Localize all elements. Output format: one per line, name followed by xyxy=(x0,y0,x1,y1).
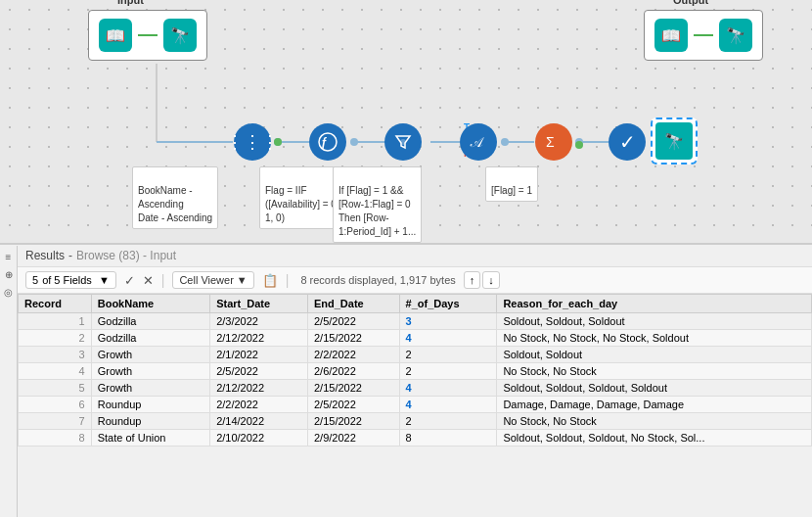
cell-bookname: Growth xyxy=(91,363,209,380)
cell-bookname: Roundup xyxy=(91,397,209,413)
svg-text:Σ: Σ xyxy=(546,134,555,150)
cell-end: 2/15/2022 xyxy=(307,330,399,347)
table-row[interactable]: 6 Roundup 2/2/2022 2/5/2022 4 Damage, Da… xyxy=(19,397,812,413)
cell-record: 7 xyxy=(19,413,92,430)
cell-reason: Soldout, Soldout, Soldout, Soldout xyxy=(497,380,812,397)
svg-point-10 xyxy=(350,138,358,146)
cell-bookname: Godzilla xyxy=(91,313,209,330)
sidebar-icon-1[interactable]: ≡ xyxy=(2,250,16,263)
results-header: Results - Browse (83) - Input xyxy=(18,245,812,267)
cell-reason: No Stock, No Stock xyxy=(497,413,812,430)
input-browse-icon[interactable]: 🔭 xyxy=(163,19,197,52)
output-browse-icon[interactable]: 🔭 xyxy=(719,19,752,52)
cell-bookname: Roundup xyxy=(91,413,209,430)
table-row[interactable]: 4 Growth 2/5/2022 2/6/2022 2 No Stock, N… xyxy=(19,363,812,380)
nav-up-btn[interactable]: ↑ xyxy=(464,271,481,289)
cell-end: 2/9/2022 xyxy=(307,430,399,446)
formula-node[interactable]: ƒ xyxy=(309,123,346,161)
data-table: Record BookName Start_Date End_Date #_of… xyxy=(18,294,812,446)
cell-bookname: Growth xyxy=(91,347,209,363)
results-subtitle: Browse (83) - Input xyxy=(76,249,176,262)
col-end-date[interactable]: End_Date xyxy=(307,295,399,313)
fields-selector[interactable]: 5 of 5 Fields ▼ xyxy=(25,271,116,289)
cell-reason: Damage, Damage, Damage, Damage xyxy=(497,397,812,413)
col-record[interactable]: Record xyxy=(19,295,92,313)
input-label: Input xyxy=(117,0,144,6)
x-icon[interactable]: ✕ xyxy=(143,273,154,288)
col-reason[interactable]: Reason_for_each_day xyxy=(497,295,812,313)
separator-1: | xyxy=(161,272,165,288)
cell-end: 2/15/2022 xyxy=(307,380,399,397)
nav-arrows: ↑ ↓ xyxy=(464,271,500,289)
filter-tooltip: If [Flag] = 1 &&[Row-1:Flag] = 0Then [Ro… xyxy=(333,166,422,243)
fields-dropdown-icon[interactable]: ▼ xyxy=(99,274,110,286)
cell-bookname: Godzilla xyxy=(91,330,209,347)
cell-days: 4 xyxy=(399,330,497,347)
cell-bookname: Growth xyxy=(91,380,209,397)
table-row[interactable]: 5 Growth 2/12/2022 2/15/2022 4 Soldout, … xyxy=(19,380,812,397)
output-book-icon[interactable]: 📖 xyxy=(654,19,688,52)
summarize-tooltip: [Flag] = 1 xyxy=(485,166,538,202)
table-row[interactable]: 2 Godzilla 2/12/2022 2/15/2022 4 No Stoc… xyxy=(19,330,812,347)
cell-reason: Soldout, Soldout xyxy=(497,347,812,363)
cell-end: 2/6/2022 xyxy=(307,363,399,380)
fields-count: 5 xyxy=(32,274,38,286)
cell-reason: Soldout, Soldout, Soldout xyxy=(497,313,812,330)
cell-record: 5 xyxy=(19,380,92,397)
cell-record: 4 xyxy=(19,363,92,380)
col-start-date[interactable]: Start_Date xyxy=(210,295,308,313)
separator-2: | xyxy=(286,272,290,288)
browse-node[interactable]: 🔭 xyxy=(651,118,698,164)
results-main: Results - Browse (83) - Input 5 of 5 Fie… xyxy=(18,245,812,517)
results-toolbar: 5 of 5 Fields ▼ ✓ ✕ | Cell Viewer ▼ 📋 | … xyxy=(18,267,812,294)
multirow-node[interactable]: 𝒜 xyxy=(460,123,497,161)
cell-days: 4 xyxy=(399,397,497,413)
clipboard-icon[interactable]: 📋 xyxy=(262,273,278,288)
cell-reason: Soldout, Soldout, Soldout, No Stock, Sol… xyxy=(497,430,812,446)
cell-end: 2/5/2022 xyxy=(307,313,399,330)
table-row[interactable]: 7 Roundup 2/14/2022 2/15/2022 2 No Stock… xyxy=(19,413,812,430)
sort-node[interactable]: ⋮⋮⋮ xyxy=(234,123,271,161)
svg-point-11 xyxy=(501,138,509,146)
cell-start: 2/2/2022 xyxy=(210,397,308,413)
svg-point-19 xyxy=(400,139,406,145)
cell-end: 2/15/2022 xyxy=(307,413,399,430)
nav-down-btn[interactable]: ↓ xyxy=(482,271,500,289)
cell-days: 3 xyxy=(399,313,497,330)
cell-start: 2/10/2022 xyxy=(210,430,308,446)
table-row[interactable]: 8 State of Union 2/10/2022 2/9/2022 8 So… xyxy=(19,430,812,446)
col-bookname[interactable]: BookName xyxy=(91,295,209,313)
cell-record: 3 xyxy=(19,347,92,363)
input-book-icon[interactable]: 📖 xyxy=(99,19,132,52)
cell-viewer-label: Cell Viewer xyxy=(179,274,233,286)
table-wrapper[interactable]: Record BookName Start_Date End_Date #_of… xyxy=(18,294,812,517)
select-node[interactable]: ✓ xyxy=(609,123,646,161)
check-icon[interactable]: ✓ xyxy=(124,273,135,288)
cell-days: 4 xyxy=(399,380,497,397)
cell-start: 2/3/2022 xyxy=(210,313,308,330)
svg-text:ƒ: ƒ xyxy=(321,135,328,149)
cell-days: 2 xyxy=(399,363,497,380)
cell-start: 2/12/2022 xyxy=(210,330,308,347)
results-title: Results xyxy=(25,249,65,262)
sidebar-icon-2[interactable]: ⊕ xyxy=(2,267,16,281)
filter-node[interactable] xyxy=(384,123,422,161)
svg-point-14 xyxy=(575,141,583,149)
sidebar-icon-3[interactable]: ◎ xyxy=(2,285,16,299)
records-info: 8 records displayed, 1,917 bytes xyxy=(300,274,455,286)
summarize-node[interactable]: Σ xyxy=(535,123,572,161)
table-row[interactable]: 3 Growth 2/1/2022 2/2/2022 2 Soldout, So… xyxy=(19,347,812,363)
table-row[interactable]: 1 Godzilla 2/3/2022 2/5/2022 3 Soldout, … xyxy=(19,313,812,330)
svg-point-12 xyxy=(575,138,583,146)
cell-record: 2 xyxy=(19,330,92,347)
cell-start: 2/5/2022 xyxy=(210,363,308,380)
cell-days: 8 xyxy=(399,430,497,446)
left-sidebar: ≡ ⊕ ◎ xyxy=(0,246,18,517)
sort-tooltip: BookName - Ascending Date - Ascending xyxy=(132,166,218,229)
col-days[interactable]: #_of_Days xyxy=(399,295,497,313)
cell-start: 2/12/2022 xyxy=(210,380,308,397)
cell-start: 2/1/2022 xyxy=(210,347,308,363)
cell-viewer-btn[interactable]: Cell Viewer ▼ xyxy=(172,271,253,289)
cell-reason: No Stock, No Stock, No Stock, Soldout xyxy=(497,330,812,347)
cell-viewer-dropdown-icon: ▼ xyxy=(237,274,248,286)
